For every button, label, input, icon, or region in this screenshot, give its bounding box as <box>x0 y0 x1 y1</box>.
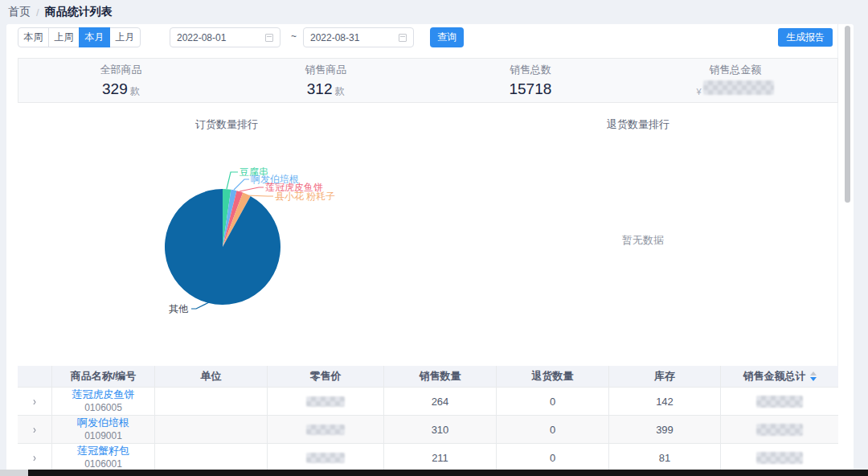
summary-stats: 全部商品 329款 销售商品 312款 销售总数 15718 销售总金额 ¥ <box>18 58 838 103</box>
sales-qty-cell: 310 <box>384 416 497 444</box>
col-header-amount-label: 销售金额总计 <box>743 369 806 384</box>
stat-value-redacted: ¥ <box>697 80 774 99</box>
col-header-return-qty: 退货数量 <box>497 366 609 388</box>
sales-qty-cell: 211 <box>384 444 497 472</box>
stat-label: 销售总数 <box>510 63 551 77</box>
redacted-amount <box>756 424 803 436</box>
breadcrumb: 首页 / 商品统计列表 <box>8 0 113 24</box>
retail-price-cell <box>268 416 384 444</box>
product-cell: 莲冠蟹籽包 0106001 <box>52 444 155 472</box>
filter-toolbar: 本周 上周 本月 上月 2022-08-01 ~ 2022-08-31 查询 生… <box>18 27 842 48</box>
bottom-edge-left <box>0 470 28 476</box>
bottom-edge-bar <box>28 470 868 476</box>
retail-price-cell <box>268 388 384 416</box>
page-title: 商品统计列表 <box>45 5 113 19</box>
sales-qty-cell: 264 <box>384 388 497 416</box>
vertical-scrollbar[interactable] <box>845 26 850 203</box>
redacted-price <box>306 396 345 407</box>
amount-cell <box>721 388 838 416</box>
start-date-value: 2022-08-01 <box>177 32 265 43</box>
calendar-icon <box>265 34 273 42</box>
return-qty-cell: 0 <box>497 416 609 444</box>
end-date-picker[interactable]: 2022-08-31 <box>303 27 414 47</box>
table-header-row: 商品名称/编号 单位 零售价 销售数量 退货数量 库存 销售金额总计 <box>18 366 838 388</box>
stat-label: 销售总金额 <box>709 63 761 77</box>
pie-label-other: 其他 <box>169 303 189 314</box>
stat-sold-products: 销售商品 312款 <box>223 59 428 102</box>
leader-line <box>234 179 249 190</box>
col-header-amount-sort[interactable]: 销售金额总计 <box>721 366 838 388</box>
stock-cell: 399 <box>609 416 721 444</box>
range-tab-this-month[interactable]: 本月 <box>79 27 110 47</box>
product-stats-table: 商品名称/编号 单位 零售价 销售数量 退货数量 库存 销售金额总计 › 莲冠虎… <box>18 366 838 472</box>
product-name-link[interactable]: 莲冠虎皮鱼饼 <box>72 388 135 401</box>
main-panel: 本周 上周 本月 上月 2022-08-01 ~ 2022-08-31 查询 生… <box>6 24 854 476</box>
product-code: 0106001 <box>84 458 122 470</box>
expand-column-header <box>18 366 52 388</box>
retail-price-cell <box>268 444 384 472</box>
expand-row-icon[interactable]: › <box>33 423 36 437</box>
range-tab-last-week[interactable]: 上周 <box>48 27 80 47</box>
redacted-amount <box>756 452 803 464</box>
redacted-price <box>306 453 345 463</box>
breadcrumb-home-link[interactable]: 首页 <box>8 5 31 19</box>
expand-row-icon[interactable]: › <box>33 451 36 465</box>
product-code: 0109001 <box>84 430 122 442</box>
range-tab-this-week[interactable]: 本周 <box>18 27 49 47</box>
return-qty-cell: 0 <box>497 444 609 472</box>
range-tab-last-month[interactable]: 上月 <box>109 27 141 47</box>
amount-cell <box>721 444 838 472</box>
redacted-amount <box>703 80 774 95</box>
unit-cell <box>155 416 268 444</box>
stat-total-products: 全部商品 329款 <box>18 59 223 102</box>
breadcrumb-separator: / <box>36 6 39 18</box>
leader-line <box>227 172 238 189</box>
table-row: › 啊发伯培根 0109001 310 0 399 <box>18 416 838 444</box>
end-date-value: 2022-08-31 <box>310 32 399 43</box>
stock-cell: 142 <box>609 388 721 416</box>
amount-cell <box>721 416 838 444</box>
col-header-sales-qty: 销售数量 <box>384 366 497 388</box>
query-button[interactable]: 查询 <box>430 27 464 47</box>
stat-total-sales-amount: 销售总金额 ¥ <box>633 59 837 102</box>
col-header-name: 商品名称/编号 <box>52 366 155 388</box>
start-date-picker[interactable]: 2022-08-01 <box>170 27 280 47</box>
stat-label: 全部商品 <box>100 63 141 77</box>
generate-report-button[interactable]: 生成报告 <box>778 28 833 47</box>
redacted-price <box>306 425 345 435</box>
leader-line <box>191 302 209 309</box>
stat-label: 销售商品 <box>305 63 346 77</box>
stat-value: 15718 <box>509 80 551 98</box>
product-name-link[interactable]: 莲冠蟹籽包 <box>77 445 129 458</box>
col-header-unit: 单位 <box>155 366 268 388</box>
product-code: 0106005 <box>84 402 122 414</box>
table-row: › 莲冠蟹籽包 0106001 211 0 81 <box>18 444 838 472</box>
product-cell: 啊发伯培根 0109001 <box>52 416 155 444</box>
charts-section: 订货数量排行 退货数量排行 暂无数据 豆腐串 啊发伯培根 莲冠虎皮鱼饼 县小花 … <box>18 105 838 363</box>
stock-cell: 81 <box>609 444 721 472</box>
table-row: › 莲冠虎皮鱼饼 0106005 264 0 142 <box>18 388 838 416</box>
col-header-retail-price: 零售价 <box>268 366 384 388</box>
leader-line <box>247 195 273 196</box>
order-ranking-pie-chart: 豆腐串 啊发伯培根 莲冠虎皮鱼饼 县小花 粉耗子 其他 <box>18 105 838 363</box>
col-header-stock: 库存 <box>609 366 721 388</box>
return-qty-cell: 0 <box>497 388 609 416</box>
product-cell: 莲冠虎皮鱼饼 0106005 <box>52 388 155 416</box>
stat-value: 312款 <box>307 80 345 98</box>
stat-value: 329款 <box>102 80 140 98</box>
calendar-icon <box>399 34 407 42</box>
date-range-separator: ~ <box>291 31 297 42</box>
pie-slice-4[interactable] <box>165 189 280 305</box>
sort-icon[interactable] <box>810 371 817 381</box>
redacted-amount <box>756 396 803 408</box>
product-name-link[interactable]: 啊发伯培根 <box>77 416 129 429</box>
date-range-tabs: 本周 上周 本月 上月 <box>18 27 141 47</box>
expand-row-icon[interactable]: › <box>33 395 36 408</box>
unit-cell <box>155 388 268 416</box>
leader-line <box>240 187 264 191</box>
stat-total-sales-count: 销售总数 15718 <box>428 59 633 102</box>
unit-cell <box>155 444 268 472</box>
pie-label: 县小花 粉耗子 <box>275 191 335 202</box>
